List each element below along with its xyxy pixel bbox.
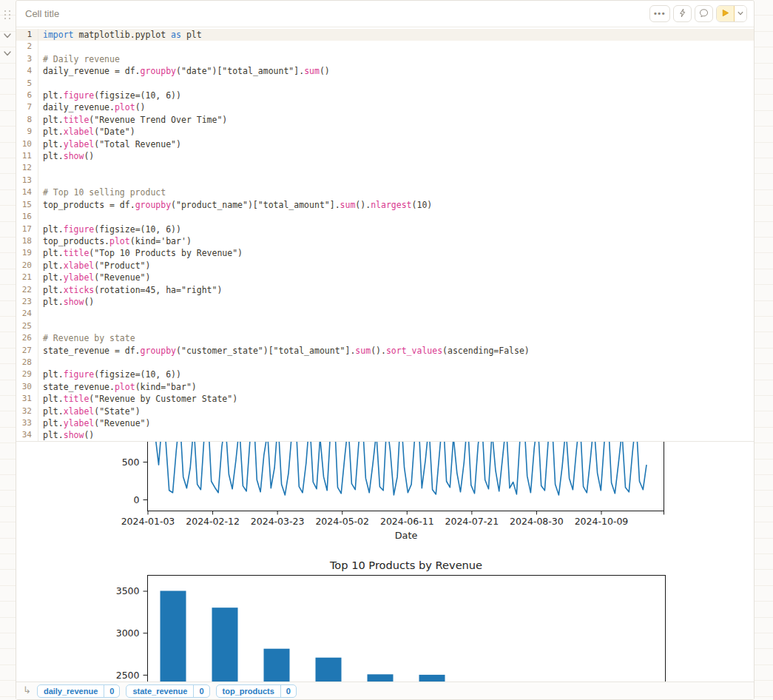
code-line[interactable]: 9plt.xlabel("Date") (16, 126, 754, 138)
fold-chevron-down-icon[interactable] (2, 30, 13, 41)
variable-count: 0 (193, 685, 209, 697)
code-line[interactable]: 26# Revenue by state (16, 332, 754, 344)
product-revenue-bar (316, 658, 342, 684)
line-number: 33 (16, 417, 38, 429)
line-number: 20 (16, 260, 38, 272)
line-number: 26 (16, 332, 38, 344)
code-line[interactable]: 11plt.show() (16, 150, 754, 162)
product-revenue-bar (212, 608, 238, 684)
code-line[interactable]: 25 (16, 320, 754, 332)
code-line[interactable]: 6plt.figure(figsize=(10, 6)) (16, 90, 754, 101)
code-line[interactable]: 5 (16, 78, 754, 90)
line-number: 13 (16, 175, 38, 186)
line-number: 12 (16, 162, 38, 174)
code-text: top_products = df.groupby("product_name"… (38, 199, 754, 211)
line-number: 23 (16, 296, 38, 308)
comment-button[interactable] (695, 5, 713, 22)
code-text: # Revenue by state (38, 332, 754, 344)
line-number: 17 (16, 223, 38, 235)
variables-bar: ↳ daily_revenue0state_revenue0top_produc… (16, 682, 754, 699)
code-text: plt.title("Revenue by Customer State") (38, 393, 754, 405)
code-line[interactable]: 13 (16, 175, 754, 186)
code-line[interactable]: 21plt.ylabel("Revenue") (16, 272, 754, 283)
x-tick-label: 2024-03-23 (251, 516, 305, 527)
code-line[interactable]: 24 (16, 308, 754, 320)
revenue-line-series (152, 442, 647, 495)
run-options-button[interactable] (735, 6, 746, 21)
code-text: import matplotlib.pyplot as plt (38, 29, 754, 41)
code-text (38, 308, 754, 320)
variable-chip[interactable]: daily_revenue0 (37, 684, 121, 698)
code-text: # Daily revenue (38, 53, 754, 65)
code-text: plt.xticks(rotation=45, ha="right") (38, 284, 754, 296)
code-line[interactable]: 30state_revenue.plot(kind="bar") (16, 381, 754, 393)
variable-chip[interactable]: top_products0 (216, 684, 297, 698)
code-line[interactable]: 22plt.xticks(rotation=45, ha="right") (16, 284, 754, 296)
code-line[interactable]: 31plt.title("Revenue by Customer State") (16, 393, 754, 405)
code-line[interactable]: 1import matplotlib.pyplot as plt (16, 29, 754, 41)
code-text: plt.figure(figsize=(10, 6)) (38, 90, 754, 101)
code-line[interactable]: 28 (16, 357, 754, 368)
line-number: 28 (16, 357, 38, 368)
code-line[interactable]: 12 (16, 162, 754, 174)
run-button[interactable] (717, 6, 735, 21)
fold-chevron-down-icon[interactable] (2, 48, 13, 58)
run-button-group (716, 5, 747, 22)
line-number: 19 (16, 247, 38, 259)
line-number: 24 (16, 308, 38, 320)
cell-output: 50002024-01-032024-02-122024-03-232024-0… (16, 442, 754, 699)
product-revenue-bar (264, 649, 290, 684)
code-line[interactable]: 14# Top 10 selling product (16, 186, 754, 198)
more-options-button[interactable]: ••• (649, 5, 670, 22)
y-tick-label: 2500 (116, 670, 140, 681)
code-line[interactable]: 10plt.ylabel("Total Revenue") (16, 138, 754, 150)
code-line[interactable]: 16 (16, 211, 754, 223)
code-line[interactable]: 2 (16, 41, 754, 53)
variable-count: 0 (104, 685, 119, 697)
line-number: 25 (16, 320, 38, 332)
line-number: 4 (16, 65, 38, 77)
code-line[interactable]: 27state_revenue = df.groupby("customer_s… (16, 345, 754, 357)
code-text (38, 162, 754, 174)
code-text: plt.xlabel("Date") (38, 126, 754, 138)
drag-handle-icon[interactable] (4, 10, 11, 20)
revenue-trend-line-chart: 50002024-01-032024-02-122024-03-232024-0… (16, 442, 754, 545)
code-line[interactable]: 19plt.title("Top 10 Products by Revenue"… (16, 247, 754, 259)
variable-count: 0 (280, 685, 296, 697)
ai-assist-button[interactable] (673, 5, 692, 22)
variable-chip[interactable]: state_revenue0 (126, 684, 209, 698)
code-editor[interactable]: 1import matplotlib.pyplot as plt23# Dail… (16, 27, 754, 442)
x-tick-label: 2024-08-30 (510, 516, 564, 527)
code-line[interactable]: 4daily_revenue = df.groupby("date")["tot… (16, 65, 754, 77)
line-number: 8 (16, 114, 38, 126)
code-line[interactable]: 3# Daily revenue (16, 53, 754, 65)
code-text: plt.figure(figsize=(10, 6)) (38, 223, 754, 235)
code-line[interactable]: 17plt.figure(figsize=(10, 6)) (16, 223, 754, 235)
code-line[interactable]: 7daily_revenue.plot() (16, 101, 754, 113)
line-number: 32 (16, 405, 38, 417)
code-text: top_products.plot(kind='bar') (38, 235, 754, 247)
variable-name: daily_revenue (38, 685, 104, 697)
code-line[interactable]: 34plt.show() (16, 429, 754, 441)
line-number: 31 (16, 393, 38, 405)
notebook-cell: Cell title ••• (16, 0, 755, 700)
code-text: plt.xlabel("State") (38, 405, 754, 417)
line-number: 22 (16, 284, 38, 296)
code-line[interactable]: 33plt.ylabel("Revenue") (16, 417, 754, 429)
chart-title: Top 10 Products by Revenue (329, 559, 482, 571)
cell-title-input[interactable]: Cell title (25, 8, 649, 19)
code-line[interactable]: 23plt.show() (16, 296, 754, 308)
code-text: plt.ylabel("Revenue") (38, 417, 754, 429)
line-number: 16 (16, 211, 38, 223)
code-line[interactable]: 15top_products = df.groupby("product_nam… (16, 199, 754, 211)
code-line[interactable]: 8plt.title("Revenue Trend Over Time") (16, 114, 754, 126)
code-text: plt.figure(figsize=(10, 6)) (38, 368, 754, 380)
code-text: state_revenue = df.groupby("customer_sta… (38, 345, 754, 357)
code-line[interactable]: 32plt.xlabel("State") (16, 405, 754, 417)
code-line[interactable]: 18top_products.plot(kind='bar') (16, 235, 754, 247)
code-line[interactable]: 20plt.xlabel("Product") (16, 260, 754, 272)
code-line[interactable]: 29plt.figure(figsize=(10, 6)) (16, 368, 754, 380)
code-text: plt.ylabel("Total Revenue") (38, 138, 754, 150)
line-number: 18 (16, 235, 38, 247)
product-revenue-bar (161, 591, 186, 685)
